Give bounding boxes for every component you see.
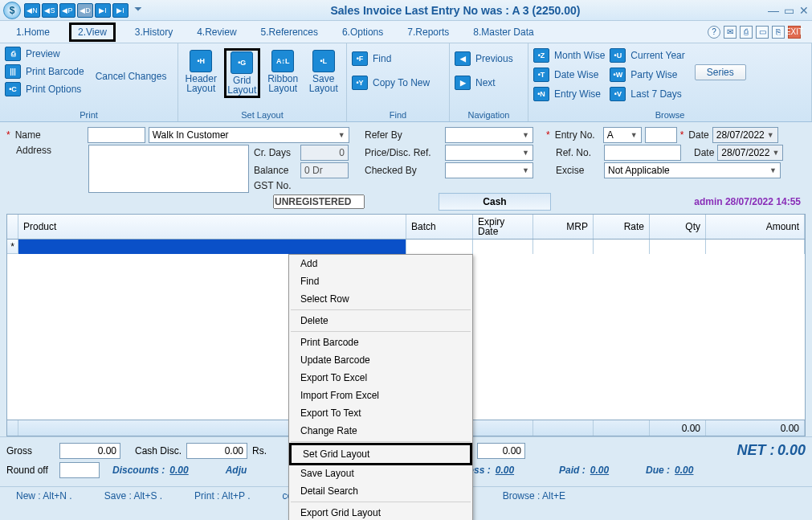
ctx-save-layout[interactable]: Save Layout (289, 465, 472, 482)
col-batch[interactable]: Batch (406, 215, 473, 239)
name-combo[interactable]: Walk In Customer▼ (149, 127, 349, 143)
menu-options[interactable]: 6.Options (337, 23, 388, 41)
series-button[interactable]: Series (695, 64, 746, 80)
cell-expiry[interactable] (473, 240, 533, 254)
col-expiry[interactable]: Expiry Date (473, 215, 533, 239)
close-icon[interactable]: ✕ (799, 4, 809, 17)
qat-btn[interactable]: ◀N (24, 3, 40, 18)
cashdisc-label: Cash Disc. (135, 445, 182, 457)
ctx-update-barcode[interactable]: Update Barcode (289, 351, 472, 369)
address-input[interactable] (88, 145, 249, 193)
menu-reports[interactable]: 7.Reports (402, 23, 454, 41)
qat-btn[interactable]: ▶I (95, 3, 111, 18)
required-indicator: * (546, 129, 550, 141)
qat-btn[interactable]: ◀P (59, 3, 75, 18)
cell-product[interactable] (18, 240, 406, 254)
ctx-delete[interactable]: Delete (289, 312, 472, 330)
col-product[interactable]: Product (18, 215, 406, 239)
menu-references[interactable]: 5.References (256, 23, 323, 41)
ctx-import-from-excel[interactable]: Import From Excel (289, 387, 472, 404)
chevron-down-icon: ▼ (772, 149, 779, 157)
ctx-set-grid-layout[interactable]: Set Grid Layout (289, 443, 472, 465)
ctx-detail-search[interactable]: Detail Search (289, 482, 472, 500)
net-label: NET : (737, 442, 775, 458)
addless-box[interactable]: 0.00 (477, 443, 525, 459)
roundoff-value[interactable] (59, 462, 100, 478)
ctx-export-to-excel[interactable]: Export To Excel (289, 369, 472, 387)
minimize-icon[interactable]: — (768, 4, 779, 17)
pricedisc-label: Price/Disc. Ref. (365, 147, 442, 158)
menu-review[interactable]: 4.Review (192, 23, 241, 41)
ctx-export-to-text[interactable]: Export To Text (289, 404, 472, 422)
save-layout-button[interactable]: •LSaveLayout (305, 48, 341, 95)
print-icon[interactable]: ⎙ (740, 26, 753, 39)
menu-history[interactable]: 3.History (130, 23, 177, 41)
entry-series-combo[interactable]: A▼ (603, 127, 642, 143)
excise-combo[interactable]: Not Applicable▼ (604, 162, 781, 178)
grid-row-new[interactable]: * (7, 240, 805, 254)
paid-value: 0.00 (590, 465, 609, 476)
excise-label: Excise (556, 165, 601, 176)
checkedby-combo[interactable]: ▼ (445, 162, 533, 178)
cell-rate[interactable] (594, 240, 650, 254)
grid-layout-button[interactable]: •GGridLayout (224, 48, 260, 98)
cell-batch[interactable] (406, 240, 473, 254)
qat-btn[interactable]: ◀D (77, 3, 93, 18)
find-button[interactable]: •FFind (352, 51, 391, 66)
menu-masterdata[interactable]: 8.Master Data (468, 23, 538, 41)
export-icon[interactable]: ⎘ (772, 26, 785, 39)
col-qty[interactable]: Qty (650, 215, 706, 239)
exit-icon[interactable]: EXIT (788, 26, 801, 39)
col-mrp[interactable]: MRP (533, 215, 594, 239)
name-code-input[interactable] (88, 127, 145, 143)
window-icon[interactable]: ▭ (756, 26, 769, 39)
entry-wise-button[interactable]: •NEntry Wise (533, 87, 605, 101)
ctx-select-row[interactable]: Select Row (289, 290, 472, 308)
menu-home[interactable]: 1.Home (11, 23, 55, 41)
menu-view[interactable]: 2.View (69, 23, 116, 42)
print-options-button[interactable]: •CPrint Options (5, 82, 84, 96)
current-year-button[interactable]: •UCurrent Year (610, 48, 684, 63)
print-barcode-button[interactable]: |||Print Barcode (5, 64, 84, 79)
header-layout-button[interactable]: •HHeaderLayout (183, 48, 219, 95)
copy-to-new-button[interactable]: •YCopy To New (352, 76, 430, 90)
col-amount[interactable]: Amount (706, 215, 805, 239)
next-button[interactable]: ▶Next (455, 76, 496, 90)
qat-dropdown-icon[interactable]: ⏷ (133, 3, 143, 18)
refno-input[interactable] (604, 145, 681, 161)
mail-icon[interactable]: ✉ (724, 26, 737, 39)
shortcut-print: Print : Alt+P . (194, 490, 250, 502)
pricedisc-combo[interactable]: ▼ (445, 145, 533, 161)
date-wise-button[interactable]: •TDate Wise (533, 68, 605, 82)
col-rate[interactable]: Rate (594, 215, 650, 239)
qat-btn[interactable]: ◀S (42, 3, 58, 18)
ctx-add[interactable]: Add (289, 255, 472, 272)
qat-btn[interactable]: ▶I (112, 3, 129, 18)
month-wise-button[interactable]: •ZMonth Wise (533, 48, 605, 63)
previous-button[interactable]: ◀Previous (455, 51, 513, 66)
cancel-changes-button[interactable]: Cancel Changes (96, 71, 167, 82)
referby-combo[interactable]: ▼ (445, 127, 533, 143)
cell-mrp[interactable] (533, 240, 594, 254)
ribbon-group-label: Find (347, 109, 449, 121)
help-icon[interactable]: ? (708, 26, 720, 39)
entryno-input[interactable] (645, 127, 677, 143)
cell-amount[interactable] (706, 240, 805, 254)
chevron-down-icon: ▼ (522, 131, 529, 139)
ctx-find[interactable]: Find (289, 272, 472, 290)
ribbon-group-label: Browse (528, 109, 811, 121)
date2-field[interactable]: 28/07/2022▼ (717, 145, 783, 161)
preview-button[interactable]: ⎙Preview (5, 47, 84, 61)
last7days-button[interactable]: •VLast 7 Days (610, 87, 684, 101)
ctx-export-grid-layout[interactable]: Export Grid Layout (289, 504, 472, 520)
maximize-icon[interactable]: ▭ (784, 4, 794, 17)
ctx-print-barcode[interactable]: Print Barcode (289, 334, 472, 351)
find-icon: •F (352, 51, 368, 66)
cell-qty[interactable] (650, 240, 706, 254)
date1-field[interactable]: 28/07/2022▼ (712, 127, 778, 143)
address-label: Address (16, 145, 85, 156)
party-wise-button[interactable]: •WParty Wise (610, 68, 684, 82)
cashdisc-value[interactable]: 0.00 (186, 443, 247, 459)
ribbon-layout-button[interactable]: A↕LRibbonLayout (265, 48, 301, 95)
ctx-change-rate[interactable]: Change Rate (289, 422, 472, 440)
